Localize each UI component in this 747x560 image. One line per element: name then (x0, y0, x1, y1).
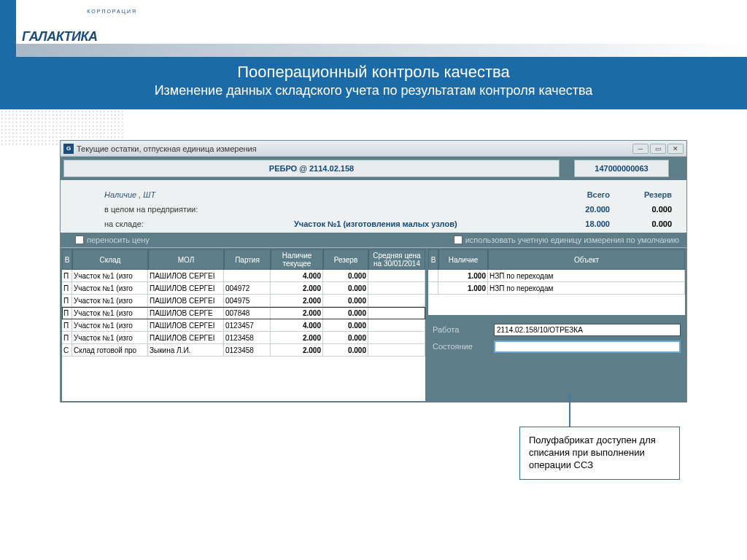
maximize-button[interactable]: ▭ (650, 144, 666, 154)
logo: КОРПОРАЦИЯ ГАЛАКТИКА (22, 7, 139, 44)
decor-stripe (0, 0, 16, 57)
table-row[interactable]: ПУчасток №1 (изгоПАШИЛОВ СЕРГЕI0049722.0… (62, 282, 425, 295)
detail-panel: Работа 2114.02.158/10/ОТРЕЗКА Состояние (428, 318, 685, 401)
header-number[interactable]: 147000000063 (574, 160, 669, 177)
titlebar: G Текущие остатки, отпускная единица изм… (61, 141, 686, 157)
close-button[interactable]: ✕ (667, 144, 684, 154)
logo-text: ГАЛАКТИКА (22, 29, 139, 44)
slide-title: Пооперационный контроль качества (0, 63, 747, 82)
table-row[interactable]: ПУчасток №1 (изгоПАШИЛОВ СЕРГЕI4.0000.00… (62, 270, 425, 282)
table-row[interactable]: ССклад готовой проЗыкина Л.И.01234582.00… (62, 344, 425, 357)
enterprise-reserve: 0.000 (610, 205, 672, 214)
warehouse-label: на складе: (104, 219, 294, 228)
use-default-unit-checkbox[interactable]: использовать учетную единицу измерения п… (454, 236, 679, 244)
work-field[interactable]: 2114.02.158/10/ОТРЕЗКА (494, 324, 681, 336)
state-label: Состояние (433, 342, 489, 351)
col-res[interactable]: Резерв (323, 249, 368, 270)
presence-label: Наличие , ШТ (104, 190, 294, 199)
header-band: РЕБРО @ 2114.02.158 147000000063 (61, 157, 686, 180)
table-row[interactable]: ПУчасток №1 (изгоПАШИЛОВ СЕРГЕ0078482.00… (62, 307, 425, 319)
col-avg[interactable]: Средняя цена на 30/01/2014 (368, 249, 425, 270)
col-v[interactable]: В (62, 249, 72, 270)
slide-subtitle: Изменение данных складского учета по рез… (0, 83, 747, 98)
header-main[interactable]: РЕБРО @ 2114.02.158 (63, 160, 560, 177)
table-row[interactable]: 1.000НЗП по переходам (428, 282, 685, 295)
total-header: Всего (548, 190, 610, 199)
tables-area: В Склад МОЛ Партия Наличие текущее Резер… (61, 248, 686, 402)
rcol-nal[interactable]: Наличие (438, 249, 488, 270)
decor-gradient (16, 44, 747, 57)
warehouse-total: 18.000 (548, 219, 610, 228)
object-table[interactable]: В Наличие Объект 1.000НЗП по переходам1.… (428, 249, 685, 315)
table-row[interactable]: ПУчасток №1 (изгоПАШИЛОВ СЕРГЕI01234582.… (62, 332, 425, 344)
col-mol[interactable]: МОЛ (148, 249, 224, 270)
window-title: Текущие остатки, отпускная единица измер… (77, 144, 632, 153)
reserve-header: Резерв (610, 190, 672, 199)
info-panel: Наличие , ШТ Всего Резерв в целом на пре… (61, 180, 686, 248)
table-row[interactable]: 1.000НЗП по переходам (428, 270, 685, 282)
app-window: G Текущие остатки, отпускная единица изм… (60, 140, 687, 402)
table-row[interactable]: ПУчасток №1 (изгоПАШИЛОВ СЕРГЕI0049752.0… (62, 295, 425, 307)
callout-box: Полуфабрикат доступен для списания при в… (519, 427, 680, 480)
app-icon: G (63, 144, 74, 154)
enterprise-label: в целом на предприятии: (104, 205, 294, 214)
col-sklad[interactable]: Склад (72, 249, 148, 270)
options-row: переносить цену использовать учетную еди… (61, 233, 686, 247)
work-label: Работа (433, 325, 489, 334)
minimize-button[interactable]: ─ (632, 144, 649, 154)
warehouse-reserve: 0.000 (610, 219, 672, 228)
callout-connector (569, 394, 570, 430)
slide-title-bar: Пооперационный контроль качества Изменен… (0, 57, 747, 109)
header-gap (562, 160, 571, 177)
stock-table[interactable]: В Склад МОЛ Партия Наличие текущее Резер… (62, 249, 425, 401)
rcol-v[interactable]: В (428, 249, 438, 270)
enterprise-total: 20.000 (548, 205, 610, 214)
rcol-obj[interactable]: Объект (488, 249, 685, 270)
table-row[interactable]: ПУчасток №1 (изгоПАШИЛОВ СЕРГЕI01234574.… (62, 319, 425, 332)
carry-price-checkbox[interactable]: переносить цену (75, 236, 150, 244)
logo-subtext: КОРПОРАЦИЯ (87, 9, 137, 14)
col-nal[interactable]: Наличие текущее (271, 249, 323, 270)
col-part[interactable]: Партия (224, 249, 271, 270)
warehouse-name: Участок №1 (изготовления малых узлов) (294, 219, 548, 228)
state-field[interactable] (494, 341, 681, 353)
scroll-gutter (672, 160, 682, 177)
